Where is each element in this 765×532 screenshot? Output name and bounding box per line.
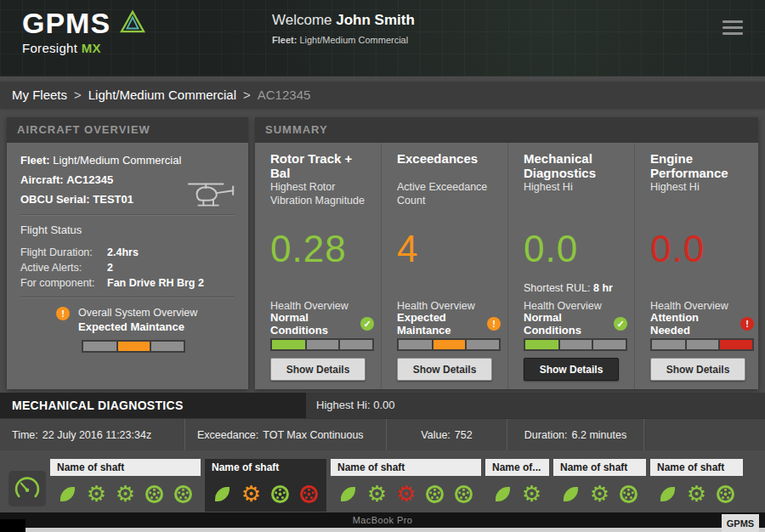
- breadcrumb: My Fleets > Light/Medium Commercial > AC…: [0, 82, 765, 108]
- health-status: Expected Maintance !: [397, 314, 501, 333]
- welcome-label: Welcome: [272, 12, 332, 28]
- breadcrumb-aircraft: AC12345: [258, 88, 311, 102]
- gear-icon[interactable]: ⚙: [521, 484, 542, 505]
- shaft-group[interactable]: Name of shaft⚙: [650, 459, 743, 512]
- show-details-button[interactable]: Show Details: [650, 358, 745, 381]
- aircraft-overview-panel: AIRCRAFT OVERVIEW Fleet: Light/Medium Co…: [7, 117, 248, 389]
- shaft-group-label: Name of shaft: [650, 459, 743, 476]
- wheel-icon[interactable]: [173, 484, 194, 505]
- fleet-row-label: Fleet:: [20, 154, 50, 167]
- alert-icon: !: [740, 317, 754, 331]
- card-title: Exceedances: [397, 151, 501, 180]
- leaf-icon[interactable]: [657, 484, 678, 505]
- gpms-logo[interactable]: GPMS Foresight MX: [22, 7, 146, 55]
- bezel-strip: [0, 528, 765, 532]
- show-details-button[interactable]: Show Details: [270, 358, 366, 381]
- shaft-groups: Name of shaft⚙⚙Name of shaft⚙Name of sha…: [50, 459, 760, 512]
- logo-text: GPMS: [22, 7, 110, 39]
- fleet-row-value: Light/Medium Commercial: [53, 154, 181, 167]
- flight-status-label: Flight Status: [20, 224, 235, 236]
- info-time: Time: 22 July 2016 11:23:34z: [0, 419, 185, 450]
- card-subtitle: Highest Rotor Vibration Magnitude: [270, 180, 372, 221]
- card-value: 4: [397, 221, 501, 282]
- logo-subtitle-accent: MX: [82, 41, 101, 55]
- show-details-button[interactable]: Show Details: [397, 358, 492, 381]
- gear-icon[interactable]: ⚙: [86, 484, 107, 505]
- warning-icon: !: [56, 307, 70, 320]
- info-filler: [644, 419, 765, 450]
- leaf-icon[interactable]: [212, 484, 233, 505]
- gear-icon[interactable]: ⚙: [395, 484, 416, 505]
- card-value: 0.28: [270, 221, 374, 281]
- fleet-label: Fleet:: [272, 35, 297, 45]
- info-value: TOT Max Continuous: [263, 429, 363, 441]
- card-subtitle: Highest Hi: [650, 180, 752, 221]
- info-value: 752: [455, 429, 473, 441]
- shaft-group[interactable]: Name of shaft⚙: [553, 459, 646, 512]
- wheel-icon[interactable]: [715, 484, 736, 505]
- gear-icon[interactable]: ⚙: [589, 484, 610, 505]
- rul-label: Shortest RUL:: [524, 282, 591, 294]
- brand-tab: GPMS: [722, 514, 759, 532]
- obcu-row-label: OBCU Serial:: [20, 193, 90, 206]
- card-title: Engine Performance: [650, 151, 754, 180]
- health-status-bar: [397, 338, 501, 351]
- card-rul-spacer: [270, 282, 374, 301]
- card-rul: Shortest RUL: 8 hr: [524, 282, 627, 301]
- shaft-group[interactable]: Name of shaft⚙: [205, 459, 326, 512]
- mechanical-diagnostics-bar: MECHANICAL DIAGNOSTICS Highest Hi: 0.00: [0, 393, 765, 418]
- info-value: 22 July 2016 11:23:34z: [42, 429, 151, 441]
- health-status: Normal Conditions ✓: [270, 314, 374, 333]
- summary-card-rotor-track: Rotor Track + Bal Highest Rotor Vibratio…: [255, 143, 381, 389]
- leaf-icon[interactable]: [57, 484, 78, 505]
- health-status-bar: [524, 338, 627, 351]
- gear-icon[interactable]: ⚙: [686, 484, 707, 505]
- shaft-group-label: Name of shaft: [50, 459, 201, 476]
- app-header: GPMS Foresight MX Welcome John Smith Fle…: [0, 0, 765, 76]
- wheel-icon[interactable]: [453, 484, 474, 505]
- card-title: Rotor Track + Bal: [270, 151, 374, 180]
- app-window: GPMS Foresight MX Welcome John Smith Fle…: [0, 0, 765, 532]
- wheel-icon[interactable]: [424, 484, 445, 505]
- wheel-icon[interactable]: [298, 484, 320, 505]
- wheel-icon[interactable]: [144, 484, 165, 505]
- leaf-icon[interactable]: [560, 484, 581, 505]
- leaf-icon[interactable]: [492, 484, 513, 505]
- shaft-icon-row: ⚙: [650, 476, 743, 512]
- info-value-cell: Value: 752: [387, 419, 507, 450]
- stat-value: 2.4hrs: [107, 246, 235, 258]
- card-rul-spacer: [397, 282, 501, 301]
- info-label: Duration:: [524, 429, 568, 441]
- gear-icon[interactable]: ⚙: [366, 484, 388, 505]
- helicopter-icon: [185, 178, 238, 212]
- menu-icon[interactable]: [722, 20, 743, 38]
- highest-hi-label: Highest Hi:: [316, 399, 371, 411]
- gauge-icon[interactable]: [8, 471, 46, 507]
- stat-value: 2: [107, 262, 235, 274]
- summary-card-mechanical-diagnostics: Mechanical Diagnostics Highest Hi 0.0 Sh…: [507, 143, 634, 389]
- highest-hi-value: 0.00: [373, 399, 394, 411]
- show-details-button[interactable]: Show Details: [524, 358, 619, 381]
- card-rul-spacer: [650, 282, 754, 301]
- health-status-bar: [270, 338, 374, 351]
- info-value: 6.2 minutes: [572, 429, 627, 441]
- leaf-icon[interactable]: [337, 484, 359, 505]
- stat-label: Flight Duration:: [20, 246, 107, 258]
- breadcrumb-fleet[interactable]: Light/Medium Commercial: [88, 88, 236, 102]
- health-status: Attention Needed !: [650, 314, 754, 333]
- stat-for-component: For component: Fan Drive RH Brg 2: [20, 277, 235, 289]
- wheel-icon[interactable]: [269, 484, 291, 505]
- shaft-group[interactable]: Name of shaft⚙⚙: [331, 459, 481, 512]
- health-status-text: Normal Conditions: [270, 311, 354, 337]
- shaft-group[interactable]: Name of...⚙: [485, 459, 549, 512]
- wheel-icon[interactable]: [618, 484, 639, 505]
- info-label: Time:: [12, 429, 38, 441]
- breadcrumb-my-fleets[interactable]: My Fleets: [12, 88, 67, 102]
- shaft-group-label: Name of shaft: [553, 459, 646, 476]
- card-subtitle: Highest Hi: [524, 180, 626, 221]
- divider: [20, 214, 235, 216]
- gear-icon[interactable]: ⚙: [115, 484, 136, 505]
- card-title: Mechanical Diagnostics: [524, 151, 627, 180]
- gear-icon[interactable]: ⚙: [241, 484, 262, 505]
- shaft-group[interactable]: Name of shaft⚙⚙: [50, 459, 201, 512]
